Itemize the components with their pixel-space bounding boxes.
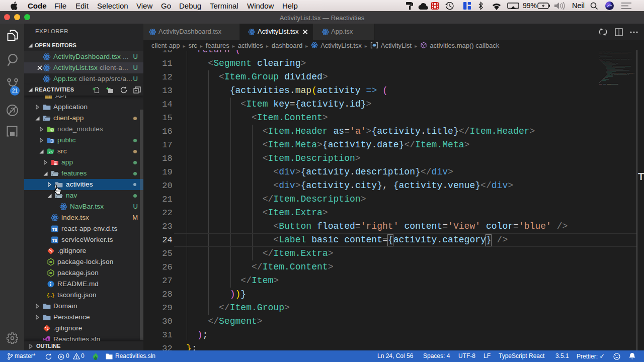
svg-text:TS: TS (52, 227, 58, 232)
svg-text:TS: TS (52, 238, 58, 243)
